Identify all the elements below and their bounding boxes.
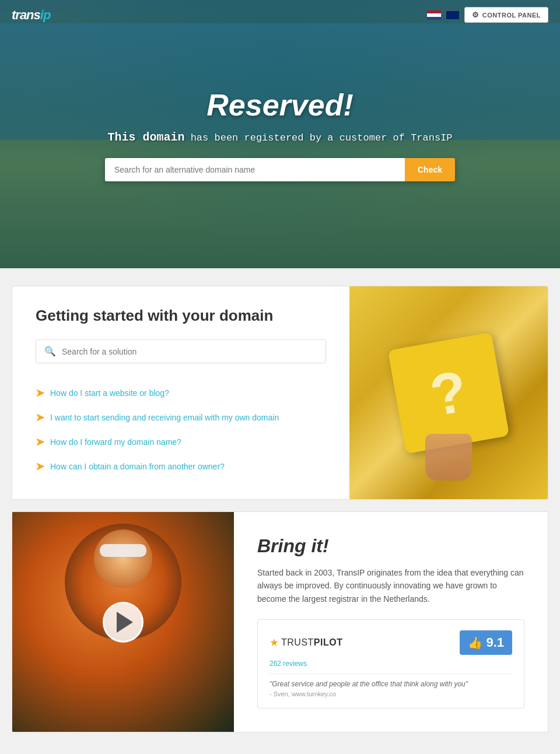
trustpilot-logo-area: ★ TRUSTPILOT: [270, 636, 342, 649]
faq-item[interactable]: ➤ How do I start a website or blog?: [36, 381, 326, 405]
flag-uk-icon[interactable]: [446, 10, 460, 20]
faq-link[interactable]: How can I obtain a domain from another o…: [50, 462, 225, 471]
bring-it-content: Bring it! Started back in 2003, TransIP …: [234, 512, 548, 732]
hero-subtitle: This domain has been registered by a cus…: [12, 131, 548, 144]
faq-link[interactable]: I want to start sending and receiving em…: [50, 413, 279, 422]
header-right: ⚙ CONTROL PANEL: [427, 7, 548, 23]
trustpilot-author: - Sven, www.turnkey.co: [270, 690, 512, 697]
faq-link[interactable]: How do I forward my domain name?: [50, 437, 181, 447]
trustpilot-top: ★ TRUSTPILOT 👍 9.1: [270, 630, 512, 655]
thumbs-up-icon: 👍: [468, 636, 482, 650]
bring-it-title: Bring it!: [257, 535, 524, 557]
hero-content: Reserved! This domain has been registere…: [0, 76, 560, 193]
faq-list: ➤ How do I start a website or blog? ➤ I …: [36, 381, 326, 479]
solution-search-bar: 🔍: [36, 339, 326, 363]
gear-icon: ⚙: [472, 10, 480, 19]
hero-section: Reserved! This domain has been registere…: [0, 0, 560, 268]
trustpilot-star-icon: ★: [270, 636, 279, 649]
hero-domain-search-input[interactable]: [105, 158, 405, 181]
getting-started-title: Getting started with your domain: [36, 307, 326, 325]
play-icon: [117, 612, 133, 633]
chevron-right-icon: ➤: [36, 387, 44, 399]
hero-check-button[interactable]: Check: [405, 158, 455, 181]
puzzle-image: [349, 286, 548, 499]
site-header: transip ⚙ CONTROL PANEL: [0, 0, 560, 30]
faq-item[interactable]: ➤ I want to start sending and receiving …: [36, 405, 326, 430]
logo-ip: ip: [40, 8, 51, 22]
faq-link[interactable]: How do I start a website or blog?: [50, 388, 169, 398]
trustpilot-score-box: 👍 9.1: [460, 630, 512, 655]
logo[interactable]: transip: [12, 8, 50, 23]
hero-subtitle-domain: This domain: [107, 131, 184, 144]
logo-trans: trans: [12, 8, 40, 22]
hero-search-bar: Check: [105, 158, 455, 181]
solution-search-input[interactable]: [62, 347, 317, 356]
chevron-right-icon: ➤: [36, 411, 44, 424]
video-play-button[interactable]: [103, 602, 144, 643]
trustpilot-logo: ★ TRUSTPILOT: [270, 636, 342, 649]
control-panel-label: CONTROL PANEL: [482, 12, 541, 19]
search-icon: 🔍: [44, 346, 56, 357]
control-panel-button[interactable]: ⚙ CONTROL PANEL: [464, 7, 548, 23]
trustpilot-quote: "Great service and people at the office …: [270, 674, 512, 688]
bring-it-description: Started back in 2003, TransIP originates…: [257, 566, 524, 605]
puzzle-image-section: [349, 286, 548, 499]
flag-nl-icon[interactable]: [427, 10, 441, 20]
main-content: Getting started with your domain 🔍 ➤ How…: [0, 268, 560, 754]
video-section: [12, 512, 234, 732]
faq-item[interactable]: ➤ How can I obtain a domain from another…: [36, 454, 326, 479]
trustpilot-box: ★ TRUSTPILOT 👍 9.1 262 reviews "Great se…: [257, 619, 524, 709]
trustpilot-score: 9.1: [486, 635, 504, 650]
faq-item[interactable]: ➤ How do I forward my domain name?: [36, 430, 326, 454]
trustpilot-reviews-count[interactable]: 262 reviews: [270, 660, 512, 668]
hero-title: Reserved!: [12, 87, 548, 122]
chevron-right-icon: ➤: [36, 460, 44, 473]
bring-it-section: Bring it! Started back in 2003, TransIP …: [12, 511, 548, 732]
chevron-right-icon: ➤: [36, 436, 44, 448]
trustpilot-text: TRUSTPILOT: [281, 637, 342, 648]
hero-subtitle-rest: has been registered by a customer of Tra…: [191, 132, 453, 143]
getting-started-left: Getting started with your domain 🔍 ➤ How…: [12, 286, 349, 499]
getting-started-section: Getting started with your domain 🔍 ➤ How…: [12, 286, 548, 500]
